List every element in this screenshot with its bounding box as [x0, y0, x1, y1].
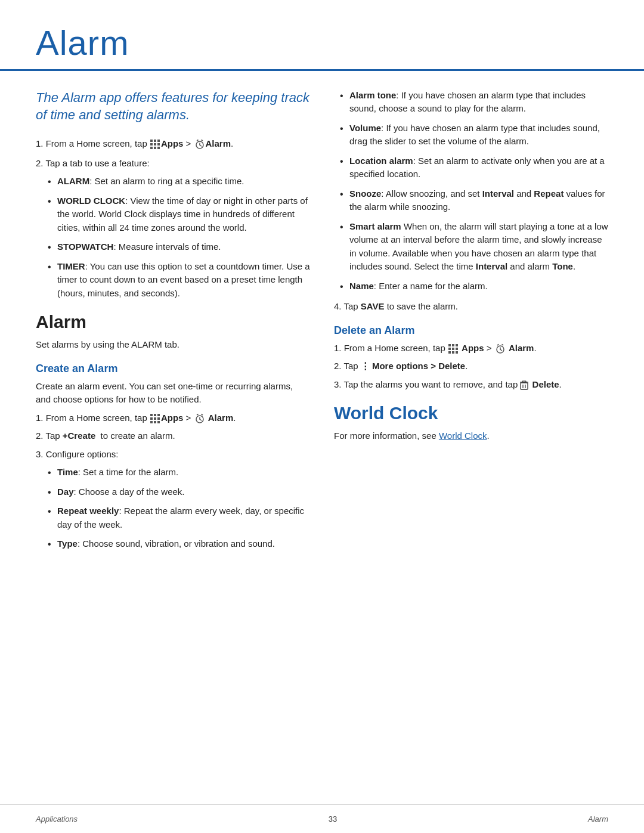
feature-list: ALARM: Set an alarm to ring at a specifi…	[36, 175, 310, 300]
svg-rect-0	[150, 140, 153, 142]
alarm-section: Alarm Set alarms by using the ALARM tab.…	[36, 312, 310, 551]
svg-rect-22	[157, 421, 160, 423]
create-alarm-title: Create an Alarm	[36, 363, 310, 375]
feature-stopwatch: STOPWATCH: Measure intervals of time.	[48, 240, 310, 254]
svg-rect-46	[522, 381, 526, 382]
create-alarm-steps: From a Home screen, tap Apps >	[36, 411, 310, 551]
option-smart-alarm: Smart alarm When on, the alarm will star…	[340, 220, 608, 274]
delete-step-1: From a Home screen, tap Apps >	[334, 342, 608, 355]
feature-alarm: ALARM: Set an alarm to ring at a specifi…	[48, 175, 310, 188]
svg-rect-19	[157, 417, 160, 420]
svg-rect-4	[154, 143, 156, 145]
svg-line-27	[201, 414, 203, 415]
apps-label-3: Apps	[462, 343, 484, 353]
footer-left: Applications	[36, 815, 78, 823]
main-step-1: From a Home screen, tap Apps > Alarm.	[36, 137, 310, 151]
create-step-2: Tap +Create to create an alarm.	[36, 429, 310, 443]
create-alarm-intro: Create an alarm event. You can set one-t…	[36, 380, 310, 407]
footer: Applications 33 Alarm	[0, 804, 644, 833]
alarm-section-intro: Set alarms by using the ALARM tab.	[36, 338, 310, 352]
option-alarm-tone: Alarm tone: If you have chosen an alarm …	[340, 89, 608, 116]
option-repeat: Repeat weekly: Repeat the alarm every we…	[48, 504, 310, 531]
apps-icon	[150, 139, 160, 150]
svg-rect-35	[452, 351, 454, 354]
svg-rect-30	[456, 344, 458, 346]
create-step-3: Configure options: Time: Set a time for …	[36, 448, 310, 551]
right-column: Alarm tone: If you have chosen an alarm …	[334, 89, 608, 804]
apps-label: Apps	[161, 138, 184, 148]
alarm-label-2: Alarm	[208, 413, 234, 423]
option-location: Location alarm: Set an alarm to activate…	[340, 154, 608, 181]
apps-icon-3	[448, 343, 459, 354]
alarm-icon-2	[194, 413, 205, 424]
intro-text: The Alarm app offers features for keepin…	[36, 89, 310, 124]
apps-label-2: Apps	[161, 413, 184, 423]
option-snooze: Snooze: Allow snoozing, and set Interval…	[340, 187, 608, 214]
svg-rect-1	[154, 140, 156, 142]
world-clock-link[interactable]: World Clock	[439, 431, 487, 441]
svg-rect-20	[150, 421, 153, 423]
svg-rect-17	[150, 417, 153, 420]
svg-rect-15	[154, 414, 156, 416]
svg-line-11	[200, 145, 202, 146]
svg-rect-3	[150, 143, 153, 145]
svg-rect-16	[157, 414, 160, 416]
svg-rect-29	[452, 344, 454, 346]
option-time: Time: Set a time for the alarm.	[48, 466, 310, 479]
svg-rect-21	[154, 421, 156, 423]
main-steps-list: From a Home screen, tap Apps > Alarm.	[36, 137, 310, 300]
option-type: Type: Choose sound, vibration, or vibrat…	[48, 537, 310, 551]
alarm-icon-1	[194, 139, 205, 150]
svg-rect-2	[157, 140, 160, 142]
feature-timer: TIMER: You can use this option to set a …	[48, 260, 310, 301]
left-column: The Alarm app offers features for keepin…	[36, 89, 310, 804]
save-step-list: Tap SAVE to save the alarm.	[334, 300, 608, 314]
option-day: Day: Choose a day of the week.	[48, 485, 310, 499]
config-options-list: Time: Set a time for the alarm. Day: Cho…	[36, 466, 310, 551]
page: Alarm The Alarm app offers features for …	[0, 0, 644, 833]
delete-step-3: Tap the alarms you want to remove, and t…	[334, 378, 608, 392]
world-clock-section: World Clock For more information, see Wo…	[334, 403, 608, 443]
alarm-section-title: Alarm	[36, 312, 310, 332]
delete-section: Delete an Alarm From a Home screen, tap …	[334, 324, 608, 392]
more-options-list: Alarm tone: If you have chosen an alarm …	[334, 89, 608, 293]
option-name: Name: Enter a name for the alarm.	[340, 280, 608, 293]
svg-rect-32	[452, 348, 454, 350]
save-label: SAVE	[361, 301, 385, 311]
create-step-1: From a Home screen, tap Apps >	[36, 411, 310, 425]
svg-rect-6	[150, 147, 153, 149]
svg-line-26	[197, 414, 199, 415]
delete-alarm-title: Delete an Alarm	[334, 324, 608, 337]
svg-line-25	[200, 419, 202, 420]
svg-rect-7	[154, 147, 156, 149]
delete-label: Delete	[532, 379, 559, 389]
svg-rect-31	[448, 348, 451, 350]
feature-worldclock: WORLD CLOCK: View the time of day or nig…	[48, 194, 310, 235]
svg-rect-28	[448, 344, 451, 346]
save-step: Tap SAVE to save the alarm.	[334, 300, 608, 314]
delete-steps-list: From a Home screen, tap Apps >	[334, 342, 608, 392]
svg-rect-5	[157, 143, 160, 145]
svg-line-12	[197, 140, 199, 141]
apps-icon-2	[150, 413, 160, 424]
svg-rect-14	[150, 414, 153, 416]
alarm-label-3: Alarm	[509, 343, 534, 353]
world-clock-title: World Clock	[334, 403, 608, 423]
create-plus-icon: +Create	[63, 431, 95, 441]
more-options-icon: ⋮ More options > Delete	[361, 361, 465, 371]
svg-rect-36	[456, 351, 458, 354]
svg-rect-33	[456, 348, 458, 350]
footer-page: 33	[329, 815, 337, 823]
svg-line-13	[201, 140, 203, 141]
trash-icon	[520, 380, 528, 390]
svg-line-39	[500, 349, 502, 351]
svg-rect-8	[157, 147, 160, 149]
delete-step-2: Tap ⋮ More options > Delete.	[334, 360, 608, 373]
page-title: Alarm	[36, 24, 608, 62]
svg-rect-34	[448, 351, 451, 354]
content-area: The Alarm app offers features for keepin…	[0, 71, 644, 804]
main-step-2: Tap a tab to use a feature: ALARM: Set a…	[36, 157, 310, 301]
svg-rect-18	[154, 417, 156, 420]
alarm-label-1: Alarm	[206, 138, 231, 148]
svg-rect-42	[521, 383, 528, 389]
